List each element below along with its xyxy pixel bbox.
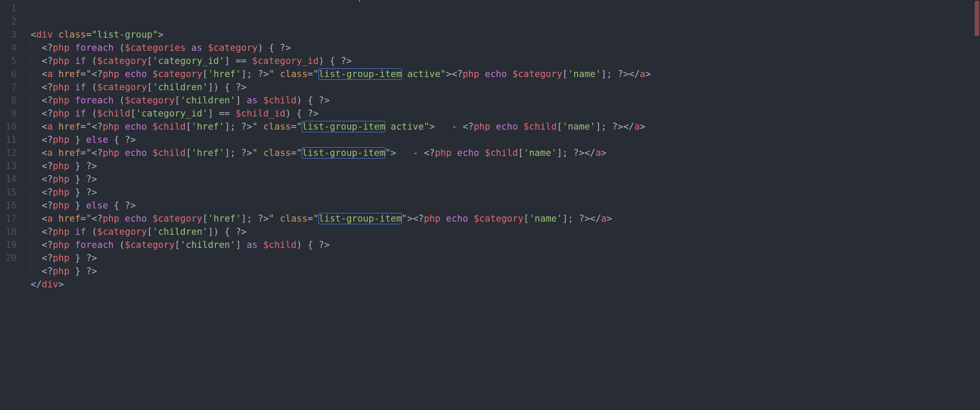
- cursor-indicator: [359, 0, 360, 2]
- code-line[interactable]: <?php } else { ?>: [31, 199, 980, 212]
- code-line[interactable]: <?php } else { ?>: [31, 133, 980, 146]
- code-line[interactable]: <?php } ?>: [31, 251, 980, 265]
- line-number: 13: [0, 159, 26, 173]
- line-number: 9: [0, 107, 26, 120]
- code-line[interactable]: <a href="<?php echo $child['href']; ?>" …: [31, 146, 980, 159]
- code-line[interactable]: <div class="list-group">: [31, 28, 980, 41]
- line-number: 16: [0, 199, 26, 212]
- scrollbar-track[interactable]: [974, 0, 980, 293]
- line-number: 6: [0, 67, 26, 81]
- code-editor-content[interactable]: <div class="list-group"> <?php foreach (…: [26, 0, 980, 293]
- code-line[interactable]: <a href="<?php echo $child['href']; ?>" …: [31, 120, 980, 133]
- line-number: 7: [0, 81, 26, 94]
- line-number: 17: [0, 212, 26, 225]
- code-line[interactable]: <?php } ?>: [31, 186, 980, 199]
- line-number: 1: [0, 2, 26, 15]
- search-highlight: list-group-item: [318, 68, 402, 80]
- line-number: 12: [0, 146, 26, 159]
- code-line[interactable]: <?php } ?>: [31, 173, 980, 186]
- line-number: 8: [0, 94, 26, 107]
- line-number: 2: [0, 15, 26, 28]
- line-number: 3: [0, 28, 26, 41]
- search-highlight: list-group-item: [302, 147, 386, 159]
- code-line[interactable]: </div>: [31, 278, 980, 291]
- code-line[interactable]: <?php foreach ($category['children'] as …: [31, 238, 980, 251]
- code-line[interactable]: <?php if ($category['children']) { ?>: [31, 225, 980, 238]
- line-number: 10: [0, 120, 26, 133]
- line-number: 11: [0, 133, 26, 146]
- line-number: 4: [0, 41, 26, 54]
- code-line[interactable]: <?php if ($child['category_id'] == $chil…: [31, 107, 980, 120]
- code-line[interactable]: <?php if ($category['children']) { ?>: [31, 81, 980, 94]
- line-number: 20: [0, 251, 26, 265]
- search-highlight: list-group-item: [318, 213, 402, 224]
- line-number-gutter: 1234567891011121314151617181920: [0, 0, 26, 293]
- code-line[interactable]: <a href="<?php echo $category['href']; ?…: [31, 67, 980, 81]
- line-number: 15: [0, 186, 26, 199]
- search-highlight: list-group-item: [302, 121, 386, 132]
- scrollbar-thumb[interactable]: [975, 1, 979, 36]
- line-number: 5: [0, 54, 26, 67]
- code-line[interactable]: <?php } ?>: [31, 159, 980, 173]
- code-line[interactable]: <?php foreach ($categories as $category)…: [31, 41, 980, 54]
- code-line[interactable]: <?php } ?>: [31, 265, 980, 278]
- code-line[interactable]: <a href="<?php echo $category['href']; ?…: [31, 212, 980, 225]
- line-number: 14: [0, 173, 26, 186]
- line-number: 18: [0, 225, 26, 238]
- line-number: 19: [0, 238, 26, 251]
- code-line[interactable]: <?php foreach ($category['children'] as …: [31, 94, 980, 107]
- code-line[interactable]: <?php if ($category['category_id'] == $c…: [31, 54, 980, 67]
